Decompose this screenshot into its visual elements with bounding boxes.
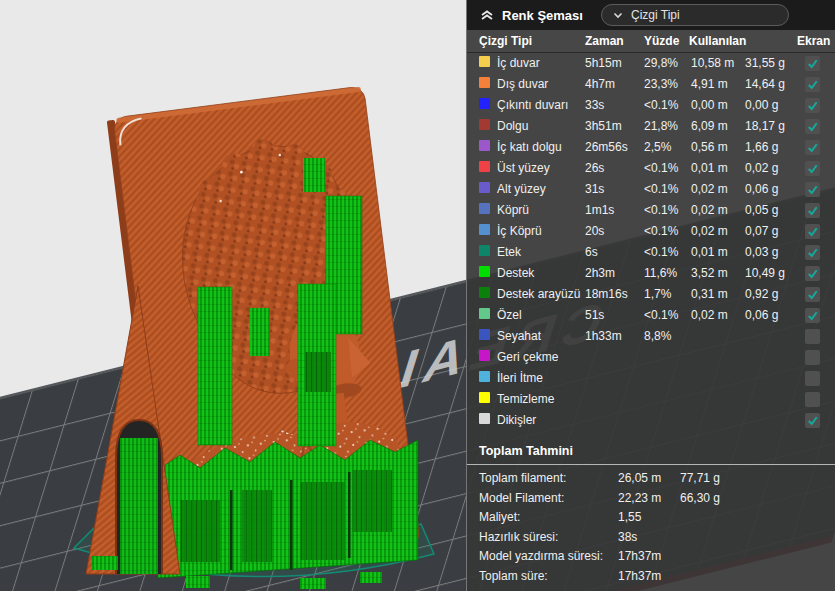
time-value: 2h3m — [585, 266, 615, 280]
line-type-color-swatch — [479, 77, 490, 88]
percent-value: 23,3% — [644, 77, 678, 91]
table-row: Seyahat1h33m8,8% — [467, 326, 835, 347]
display-checkbox[interactable] — [805, 182, 820, 197]
used-weight-value: 18,17 g — [745, 119, 785, 133]
display-checkbox[interactable] — [805, 350, 820, 365]
display-checkbox[interactable] — [805, 329, 820, 344]
table-row: Alt yüzey31s<0.1%0,02 m0,06 g — [467, 179, 835, 200]
used-weight-value: 0,02 g — [745, 161, 778, 175]
line-type-label: Çıkıntı duvarı — [497, 98, 568, 112]
percent-value: <0.1% — [644, 182, 678, 196]
collapse-panel-icon[interactable] — [479, 7, 495, 23]
time-value: 20s — [585, 224, 604, 238]
used-weight-value: 0,06 g — [745, 308, 778, 322]
line-type-color-swatch — [479, 413, 490, 424]
table-row: Üst yüzey26s<0.1%0,01 m0,02 g — [467, 158, 835, 179]
line-type-color-swatch — [479, 350, 490, 361]
line-type-label: İç Köprü — [497, 224, 542, 238]
used-weight-value: 0,05 g — [745, 203, 778, 217]
column-header-percent: Yüzde — [644, 34, 679, 48]
line-type-color-swatch — [479, 329, 490, 340]
line-type-table: İç duvar5h15m29,8%10,58 m31,55 gDış duva… — [467, 53, 835, 431]
display-checkbox[interactable] — [805, 140, 820, 155]
column-header-type: Çizgi Tipi — [479, 34, 532, 48]
used-length-value: 0,31 m — [691, 287, 728, 301]
time-value: 4h7m — [585, 77, 615, 91]
display-checkbox[interactable] — [805, 203, 820, 218]
totals-label: Toplam süre: — [479, 569, 548, 583]
totals-value-1: 26,05 m — [618, 471, 661, 485]
percent-value: 21,8% — [644, 119, 678, 133]
display-checkbox[interactable] — [805, 287, 820, 302]
column-header-time: Zaman — [585, 34, 624, 48]
line-type-color-swatch — [479, 203, 490, 214]
line-type-label: Dış duvar — [497, 77, 548, 91]
totals-value-1: 17h37m — [618, 549, 661, 563]
line-type-color-swatch — [479, 140, 490, 151]
time-value: 26s — [585, 161, 604, 175]
percent-value: <0.1% — [644, 98, 678, 112]
display-checkbox[interactable] — [805, 119, 820, 134]
totals-row: Toplam süre:17h37m — [467, 567, 835, 587]
used-length-value: 10,58 m — [691, 56, 734, 70]
totals-row: Maliyet:1,55 — [467, 508, 835, 528]
display-checkbox[interactable] — [805, 308, 820, 323]
time-value: 51s — [585, 308, 604, 322]
line-type-label: Seyahat — [497, 329, 541, 343]
table-row: İleri İtme — [467, 368, 835, 389]
totals-label: Model yazdırma süresi: — [479, 549, 603, 563]
percent-value: <0.1% — [644, 224, 678, 238]
line-type-label: İleri İtme — [497, 371, 543, 385]
table-row: Etek6s<0.1%0,01 m0,03 g — [467, 242, 835, 263]
percent-value: 1,7% — [644, 287, 671, 301]
totals-row: Hazırlık süresi:38s — [467, 528, 835, 548]
table-header: Çizgi Tipi Zaman Yüzde Kullanılan Ekran — [467, 30, 835, 53]
line-type-label: İç duvar — [497, 56, 540, 70]
table-row: İç katı dolgu26m56s2,5%0,56 m1,66 g — [467, 137, 835, 158]
line-type-color-swatch — [479, 224, 490, 235]
display-checkbox[interactable] — [805, 161, 820, 176]
table-row: İç Köprü20s<0.1%0,02 m0,07 g — [467, 221, 835, 242]
time-value: 1h33m — [585, 329, 622, 343]
column-header-display: Ekran — [797, 34, 830, 48]
percent-value: 29,8% — [644, 56, 678, 70]
table-row: Dış duvar4h7m23,3%4,91 m14,64 g — [467, 74, 835, 95]
display-checkbox[interactable] — [805, 245, 820, 260]
used-weight-value: 0,92 g — [745, 287, 778, 301]
time-value: 33s — [585, 98, 604, 112]
used-length-value: 0,56 m — [691, 140, 728, 154]
display-checkbox[interactable] — [805, 77, 820, 92]
chevron-down-icon — [612, 9, 624, 21]
panel-titlebar: Renk Şeması Çizgi Tipi — [467, 0, 835, 30]
used-weight-value: 1,66 g — [745, 140, 778, 154]
totals-value-1: 38s — [618, 530, 637, 544]
table-row: Geri çekme — [467, 347, 835, 368]
line-type-label: İç katı dolgu — [497, 140, 562, 154]
display-checkbox[interactable] — [805, 371, 820, 386]
display-checkbox[interactable] — [805, 266, 820, 281]
totals-row: Model Filament:22,23 m66,30 g — [467, 489, 835, 509]
line-type-label: Dikişler — [497, 413, 536, 427]
table-row: İç duvar5h15m29,8%10,58 m31,55 g — [467, 53, 835, 74]
display-checkbox[interactable] — [805, 392, 820, 407]
percent-value: <0.1% — [644, 161, 678, 175]
display-checkbox[interactable] — [805, 56, 820, 71]
line-type-label: Köprü — [497, 203, 529, 217]
color-scheme-select[interactable]: Çizgi Tipi — [601, 4, 789, 26]
time-value: 5h15m — [585, 56, 622, 70]
color-scheme-panel: Renk Şeması Çizgi Tipi Çizgi Tipi Zaman … — [466, 0, 835, 591]
percent-value: 11,6% — [644, 266, 677, 280]
percent-value: <0.1% — [644, 203, 678, 217]
line-type-color-swatch — [479, 266, 490, 277]
totals-row: Model yazdırma süresi:17h37m — [467, 547, 835, 567]
line-type-color-swatch — [479, 245, 490, 256]
display-checkbox[interactable] — [805, 224, 820, 239]
time-value: 18m16s — [585, 287, 628, 301]
display-checkbox[interactable] — [805, 413, 820, 428]
line-type-label: Geri çekme — [497, 350, 558, 364]
used-weight-value: 14,64 g — [745, 77, 785, 91]
table-row: Özel51s<0.1%0,02 m0,06 g — [467, 305, 835, 326]
percent-value: <0.1% — [644, 245, 678, 259]
display-checkbox[interactable] — [805, 98, 820, 113]
totals-value-2: 77,71 g — [680, 471, 720, 485]
